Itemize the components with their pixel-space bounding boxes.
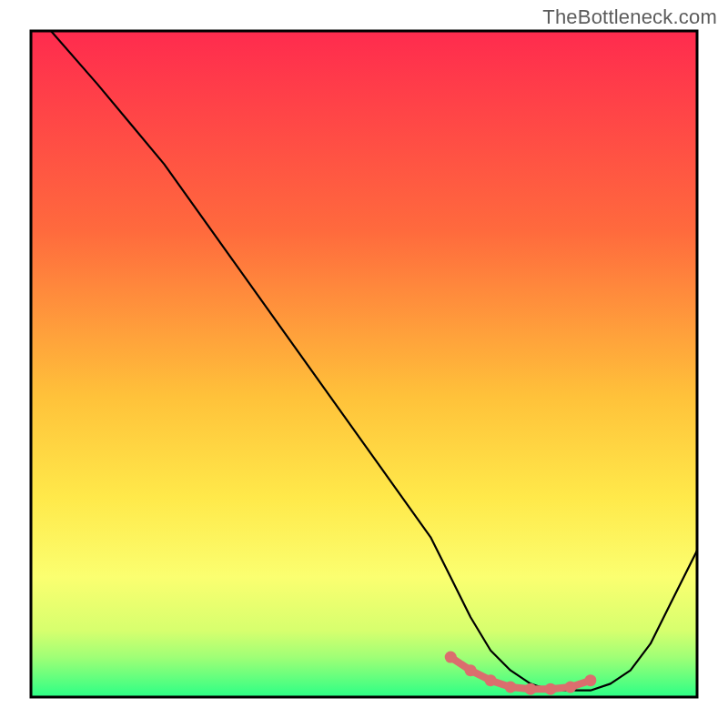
low-region-dot [525,683,537,695]
low-region-dot [564,682,576,693]
watermark-text: TheBottleneck.com [542,5,717,29]
low-region-dot [485,674,497,686]
chart-stage: TheBottleneck.com [0,0,728,728]
low-region-dot [465,664,477,676]
low-region-dot [445,652,457,663]
bottleneck-chart [0,0,728,728]
low-region-dot [505,682,517,693]
plot-background [31,31,697,697]
low-region-dot [545,683,557,695]
low-region-dot [584,674,596,686]
